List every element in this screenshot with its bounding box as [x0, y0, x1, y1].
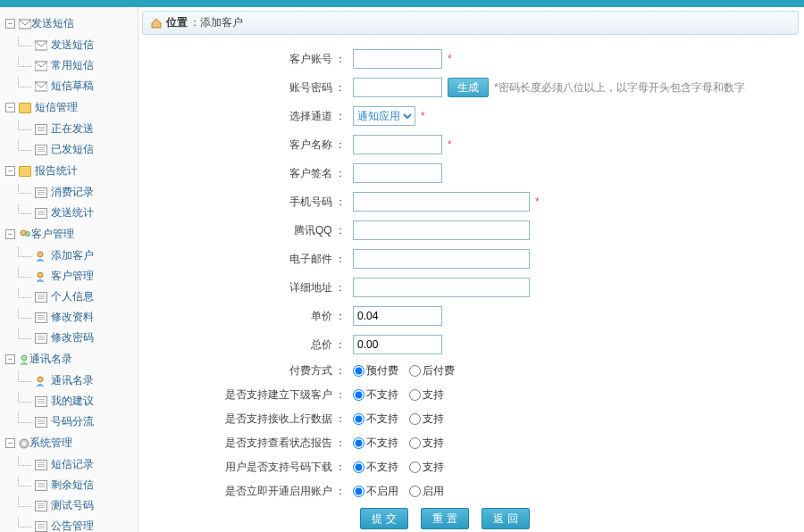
user-icon	[35, 251, 47, 262]
radio-enable-no[interactable]: 不启用	[353, 484, 398, 499]
sidebar-item-label: 我的建议	[51, 394, 94, 409]
qq-input[interactable]	[353, 220, 530, 240]
label-account: 客户账号 ：	[147, 52, 353, 67]
sidebar-item-edit-profile[interactable]: 修改资料	[13, 307, 138, 328]
sidebar-group-sms-manage[interactable]: − 短信管理	[0, 96, 138, 119]
radio-prepaid[interactable]: 预付费	[353, 363, 398, 378]
sidebar-item-label: 个人信息	[51, 289, 94, 304]
required-asterisk: *	[535, 195, 540, 208]
sidebar-item-label: 已发短信	[51, 142, 94, 157]
password-input[interactable]	[353, 78, 442, 97]
sidebar-item-contacts[interactable]: 通讯名录	[13, 370, 138, 391]
sidebar-item-label: 客户管理	[51, 269, 94, 284]
sidebar-item-announcement[interactable]: 公告管理	[13, 516, 138, 532]
page-icon	[35, 187, 47, 198]
radio-sub-yes[interactable]: 支持	[409, 387, 444, 403]
radio-status-yes[interactable]: 支持	[409, 436, 444, 451]
back-button[interactable]: 返 回	[482, 508, 530, 529]
sidebar-item-personal-info[interactable]: 个人信息	[13, 287, 138, 307]
label-upstream: 是否支持接收上行数据 ：	[147, 411, 353, 427]
sidebar-item-label: 短信草稿	[51, 79, 94, 94]
sidebar-item-customer-manage[interactable]: 客户管理	[13, 266, 138, 287]
submit-button[interactable]: 提 交	[360, 508, 408, 529]
sidebar-item-my-suggestion[interactable]: 我的建议	[13, 391, 138, 411]
sidebar-item-change-password[interactable]: 修改密码	[13, 328, 138, 348]
radio-enable-yes[interactable]: 启用	[409, 484, 444, 499]
sidebar-item-label: 发送短信	[51, 37, 94, 53]
mail-icon	[35, 40, 47, 51]
page-icon	[35, 480, 47, 491]
label-status-report: 是否支持查看状态报告 ：	[147, 436, 353, 451]
sidebar-group-label: 通讯名录	[29, 352, 72, 367]
mail-icon	[35, 81, 47, 92]
sidebar-item-label: 号码分流	[51, 414, 94, 429]
required-asterisk: *	[421, 110, 425, 122]
mobile-input[interactable]	[353, 192, 530, 212]
radio-up-no[interactable]: 不支持	[353, 411, 398, 427]
account-input[interactable]	[353, 49, 442, 69]
collapse-icon: −	[5, 438, 15, 448]
folder-icon	[19, 166, 31, 177]
sidebar-item-number-split[interactable]: 号码分流	[13, 411, 138, 432]
sidebar-group-send-sms[interactable]: − 发送短信	[0, 12, 138, 35]
total-price-input[interactable]	[353, 335, 442, 354]
sidebar-item-label: 通讯名录	[51, 373, 94, 388]
breadcrumb: 位置 ： 添加客户	[142, 11, 799, 35]
unit-price-input[interactable]	[353, 306, 442, 326]
sidebar-item-label: 测试号码	[51, 498, 94, 513]
page-icon	[35, 460, 47, 470]
email-input[interactable]	[353, 249, 530, 269]
address-input[interactable]	[353, 278, 530, 297]
svg-point-6	[38, 252, 43, 257]
label-customer-sign: 客户签名 ：	[147, 166, 353, 181]
page-icon	[35, 501, 47, 511]
radio-status-no[interactable]: 不支持	[353, 436, 398, 451]
sidebar-item-consume-log[interactable]: 消费记录	[13, 182, 138, 203]
sidebar-item-sms-log[interactable]: 短信记录	[13, 454, 138, 475]
collapse-icon: −	[5, 354, 15, 364]
radio-dl-yes[interactable]: 支持	[409, 460, 444, 475]
sidebar-item-label: 添加客户	[51, 248, 94, 263]
radio-dl-no[interactable]: 不支持	[353, 460, 398, 475]
sidebar-group-label: 客户管理	[31, 227, 74, 242]
radio-sub-no[interactable]: 不支持	[353, 387, 398, 403]
sidebar-item-sending[interactable]: 正在发送	[13, 119, 138, 139]
main-content: 位置 ： 添加客户 客户账号 ： * 账号密码 ： 生成 *密码长度必须八位以上…	[138, 0, 804, 532]
sidebar-item-common-sms[interactable]: 常用短信	[13, 55, 138, 76]
page-icon	[35, 208, 47, 219]
label-download: 用户是否支持号码下载 ：	[147, 460, 353, 475]
sidebar-item-label: 修改密码	[51, 330, 94, 345]
mail-icon	[35, 61, 47, 71]
sidebar-group-report[interactable]: − 报告统计	[0, 160, 138, 182]
sidebar-item-send-stats[interactable]: 发送统计	[13, 203, 138, 223]
channel-select[interactable]: 通知应用	[353, 106, 415, 126]
sidebar-item-label: 修改资料	[51, 310, 94, 325]
users-icon	[19, 229, 31, 240]
label-channel: 选择通道 ：	[147, 109, 353, 124]
password-hint: *密码长度必须八位以上，以字母开头包含字母和数字	[494, 80, 745, 96]
sidebar-group-contacts[interactable]: − 通讯名录	[0, 348, 138, 370]
sidebar-item-sms-draft[interactable]: 短信草稿	[13, 76, 138, 96]
reset-button[interactable]: 重 置	[421, 508, 469, 529]
sidebar-item-send-sms[interactable]: 发送短信	[13, 35, 138, 55]
sidebar-item-label: 常用短信	[51, 58, 94, 73]
sidebar-item-remaining-sms[interactable]: 剩余短信	[13, 475, 138, 495]
sidebar-group-label: 报告统计	[35, 163, 78, 179]
breadcrumb-page: 添加客户	[200, 15, 243, 30]
radio-postpaid[interactable]: 后付费	[409, 363, 455, 378]
customer-name-input[interactable]	[353, 135, 442, 154]
sidebar-item-label: 正在发送	[51, 121, 94, 137]
generate-password-button[interactable]: 生成	[448, 78, 489, 97]
sidebar-group-system[interactable]: − 系统管理	[0, 432, 138, 454]
page-icon	[35, 145, 47, 155]
user-icon	[35, 376, 47, 387]
sidebar-group-label: 短信管理	[35, 100, 78, 115]
sidebar-item-test-number[interactable]: 测试号码	[13, 495, 138, 516]
customer-sign-input[interactable]	[353, 163, 442, 183]
radio-up-yes[interactable]: 支持	[409, 411, 444, 427]
sidebar-item-sent-sms[interactable]: 已发短信	[13, 139, 138, 160]
sidebar: − 发送短信 发送短信 常用短信 短信草稿 − 短信管理 正在发送 已发短信	[0, 0, 138, 532]
label-qq: 腾讯QQ ：	[147, 223, 353, 238]
sidebar-item-add-customer[interactable]: 添加客户	[13, 245, 138, 266]
sidebar-group-customer[interactable]: − 客户管理	[0, 223, 138, 245]
